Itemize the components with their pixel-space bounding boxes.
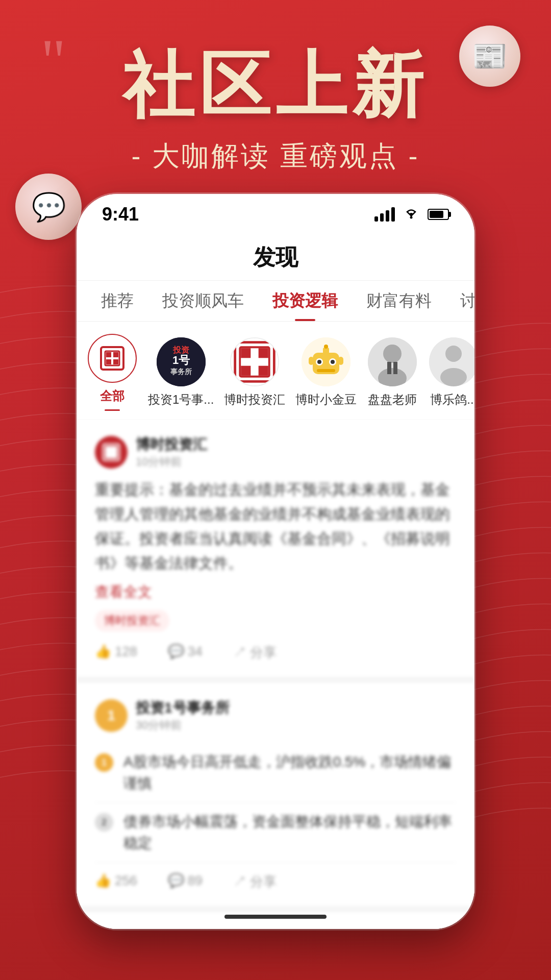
channel-5[interactable]: 博乐鸽... bbox=[428, 337, 474, 408]
feed-item-1: 博时投资汇 10分钟前 重要提示：基金的过去业绩并不预示其未来表现，基金管理人管… bbox=[77, 420, 474, 677]
svg-point-0 bbox=[410, 216, 413, 219]
channel-4[interactable]: 盘盘老师 bbox=[367, 337, 418, 408]
hero-subtitle: - 大咖解读 重磅观点 - bbox=[0, 138, 551, 175]
channel-5-label: 博乐鸽... bbox=[430, 391, 474, 408]
svg-rect-15 bbox=[259, 348, 268, 358]
svg-rect-16 bbox=[241, 365, 251, 375]
status-time: 9:41 bbox=[102, 204, 139, 225]
tab-invest-logic[interactable]: 投资逻辑 bbox=[258, 281, 352, 321]
app-header: 发现 bbox=[77, 235, 474, 281]
wifi-icon bbox=[403, 206, 419, 223]
svg-rect-27 bbox=[309, 357, 314, 365]
channel-all-label: 全部 bbox=[100, 388, 124, 404]
channel-4-avatar bbox=[368, 337, 417, 386]
channel-selected-indicator bbox=[105, 409, 120, 411]
svg-point-30 bbox=[383, 345, 402, 363]
signal-icon bbox=[374, 207, 395, 222]
svg-point-26 bbox=[324, 345, 328, 349]
tab-recommend[interactable]: 推荐 bbox=[87, 281, 148, 321]
channel-2-label: 博时投资汇 bbox=[224, 391, 285, 408]
home-indicator bbox=[224, 915, 327, 919]
svg-point-22 bbox=[317, 360, 321, 364]
svg-rect-3 bbox=[106, 352, 111, 357]
chat-bubble-decoration: 💬 bbox=[15, 174, 82, 240]
status-icons bbox=[374, 206, 449, 223]
tab-discuss[interactable]: 讨论 bbox=[446, 281, 474, 321]
channel-1-label: 投资1号事... bbox=[148, 391, 214, 408]
channel-2-avatar bbox=[230, 337, 279, 386]
channel-4-label: 盘盘老师 bbox=[368, 391, 417, 408]
svg-rect-5 bbox=[106, 359, 111, 364]
svg-text:投资: 投资 bbox=[172, 346, 190, 354]
svg-point-35 bbox=[445, 346, 462, 362]
phone-frame: 9:41 bbox=[77, 194, 474, 929]
channel-3-avatar bbox=[302, 337, 350, 386]
status-bar: 9:41 bbox=[77, 194, 474, 235]
channel-all[interactable]: 全部 bbox=[87, 334, 138, 411]
battery-icon bbox=[428, 209, 449, 220]
svg-rect-39 bbox=[105, 452, 111, 458]
channel-5-avatar bbox=[429, 337, 474, 386]
hero-title: 社区上新 bbox=[0, 46, 551, 125]
tab-invest-tailwind[interactable]: 投资顺风车 bbox=[148, 281, 258, 321]
svg-rect-28 bbox=[338, 357, 343, 365]
tab-bar[interactable]: 推荐 投资顺风车 投资逻辑 财富有料 讨论 bbox=[77, 281, 474, 322]
channel-all-avatar bbox=[88, 334, 137, 383]
feed-item-2: 1 投资1号事务所 30分钟前 1 A股市场今日高开低走，沪指收跌0.5%，市场… bbox=[77, 683, 474, 906]
svg-point-23 bbox=[331, 360, 335, 364]
svg-rect-14 bbox=[241, 348, 251, 358]
svg-rect-24 bbox=[317, 369, 335, 372]
app-title: 发现 bbox=[253, 242, 298, 273]
svg-rect-17 bbox=[259, 365, 268, 375]
channel-1[interactable]: 投资 1号 事务所 投资1号事... bbox=[148, 337, 214, 408]
channel-2[interactable]: 博时投资汇 bbox=[224, 337, 285, 408]
svg-text:1号: 1号 bbox=[172, 354, 190, 366]
svg-rect-32 bbox=[387, 362, 391, 374]
svg-rect-38 bbox=[105, 446, 111, 452]
app-content: 发现 推荐 投资顺风车 投资逻辑 财富有料 讨论 bbox=[77, 235, 474, 929]
channel-3-label: 博时小金豆 bbox=[295, 391, 357, 408]
svg-rect-6 bbox=[113, 359, 118, 364]
phone-mockup: 9:41 bbox=[77, 194, 474, 929]
tab-wealth[interactable]: 财富有料 bbox=[352, 281, 446, 321]
channels-row: 全部 投资 1号 事务所 投资1号事... bbox=[77, 322, 474, 420]
channel-1-avatar: 投资 1号 事务所 bbox=[157, 337, 206, 386]
channel-3[interactable]: 博时小金豆 bbox=[295, 337, 357, 408]
svg-rect-11 bbox=[231, 338, 278, 385]
chat-bubble-glyph: 💬 bbox=[32, 191, 66, 223]
svg-rect-4 bbox=[113, 352, 118, 357]
svg-text:事务所: 事务所 bbox=[170, 368, 192, 376]
svg-point-36 bbox=[440, 368, 467, 386]
svg-rect-41 bbox=[111, 452, 117, 458]
feed-container: 博时投资汇 10分钟前 重要提示：基金的过去业绩并不预示其未来表现，基金管理人管… bbox=[77, 420, 474, 929]
svg-rect-40 bbox=[111, 446, 117, 452]
svg-rect-33 bbox=[393, 362, 397, 374]
